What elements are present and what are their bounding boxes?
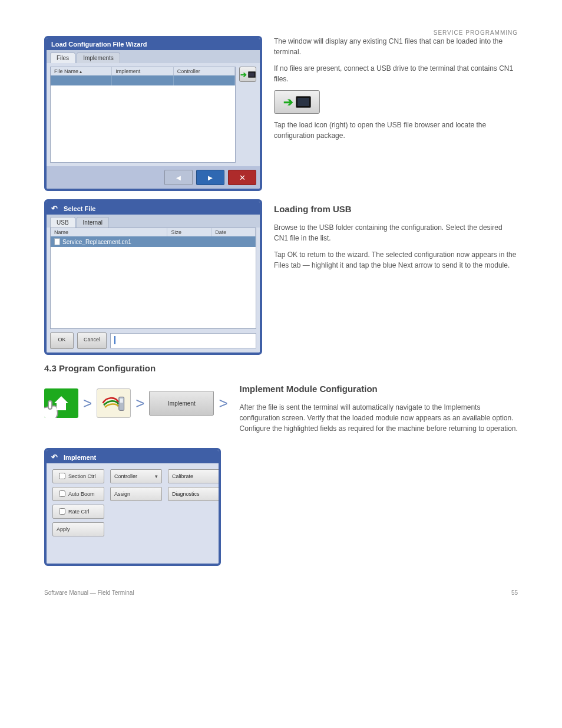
- ok-button[interactable]: OK: [50, 332, 74, 349]
- wizard-tabs: Files Implements: [47, 50, 260, 63]
- wizard-cancel-button[interactable]: ✕: [228, 170, 256, 185]
- tab-implements[interactable]: Implements: [77, 52, 120, 63]
- tab-files[interactable]: Files: [50, 52, 75, 63]
- checkbox-rate-ctrl[interactable]: Rate Ctrl: [52, 505, 104, 519]
- wizard-dialog: Load Configuration File Wizard Files Imp…: [44, 36, 262, 191]
- screen-icon: [296, 96, 311, 108]
- implement-button[interactable]: Implement: [149, 391, 214, 416]
- back-arrow-icon[interactable]: ↶: [51, 204, 59, 211]
- chevron-right-icon: >: [83, 394, 92, 413]
- implement-tile[interactable]: [97, 388, 131, 418]
- breadcrumb: > > Implement >: [44, 388, 228, 418]
- tab-usb[interactable]: USB: [50, 217, 75, 228]
- calibrate-button[interactable]: Calibrate: [168, 469, 220, 483]
- col-date[interactable]: Date: [211, 228, 256, 236]
- text-cursor-icon: [114, 336, 115, 344]
- section-title: 4.3 Program Configuration: [44, 363, 518, 373]
- config-dialog: ↶ Implement Section Ctrl Auto Boom Rate …: [44, 448, 221, 566]
- sort-caret-icon: ▴: [80, 69, 82, 74]
- page-footer: Software Manual — Field Terminal 55: [44, 589, 518, 596]
- checkbox-auto-boom[interactable]: Auto Boom: [52, 487, 104, 501]
- chevron-right-icon: >: [219, 394, 227, 413]
- tab-internal[interactable]: Internal: [77, 217, 109, 228]
- back-arrow-icon[interactable]: ↶: [51, 453, 59, 460]
- path-input[interactable]: [110, 333, 256, 348]
- wizard-file-table: File Name▴ Implement Controller: [50, 67, 236, 163]
- assign-button[interactable]: Assign: [110, 487, 162, 501]
- cfg-prose: Implement Module Configuration After the…: [240, 379, 518, 440]
- chevron-right-icon: >: [135, 394, 144, 413]
- config-title: ↶ Implement: [47, 450, 219, 463]
- usb-browser-dialog: ↶ Select File USB Internal Name Size Dat…: [44, 199, 262, 355]
- checkbox-section-ctrl[interactable]: Section Ctrl: [52, 469, 104, 483]
- table-row[interactable]: Service_Replacement.cn1: [51, 236, 256, 247]
- document-icon: [54, 238, 60, 245]
- wizard-next-button[interactable]: ►: [196, 170, 224, 185]
- wizard-footer: ◄ ► ✕: [47, 166, 260, 189]
- col-size[interactable]: Size: [167, 228, 211, 236]
- wizard-title: Load Configuration File Wizard: [47, 38, 260, 50]
- load-from-usb-button[interactable]: ➔: [239, 67, 256, 82]
- controller-select[interactable]: Controller: [110, 469, 162, 483]
- home-tile[interactable]: [44, 388, 78, 418]
- arrow-right-icon: ➔: [240, 70, 247, 79]
- col-filename[interactable]: File Name▴: [51, 67, 112, 75]
- table-row[interactable]: [51, 75, 235, 85]
- wizard-prev-button[interactable]: ◄: [164, 170, 193, 185]
- implement-icon: [101, 393, 127, 414]
- load-from-usb-button-large[interactable]: ➔: [274, 90, 320, 114]
- usb-title: ↶ Select File: [47, 202, 260, 215]
- col-controller[interactable]: Controller: [174, 67, 235, 75]
- svg-rect-1: [120, 398, 123, 403]
- apply-button[interactable]: Apply: [52, 522, 104, 536]
- diagnostics-button[interactable]: Diagnostics: [168, 487, 220, 501]
- usb-prose: Loading from USB Browse to the USB folde…: [274, 199, 518, 276]
- cancel-button[interactable]: Cancel: [77, 332, 107, 349]
- screen-icon: [248, 71, 256, 78]
- home-icon: [54, 396, 68, 403]
- wizard-prose: The window will display any existing CN1…: [274, 36, 518, 147]
- section-header: SERVICE PROGRAMMING: [44, 29, 518, 36]
- usb-file-table: Name Size Date Service_Replacement.cn1: [50, 228, 256, 329]
- col-name[interactable]: Name: [51, 228, 167, 236]
- col-implement[interactable]: Implement: [112, 67, 173, 75]
- arrow-right-icon: ➔: [283, 93, 293, 111]
